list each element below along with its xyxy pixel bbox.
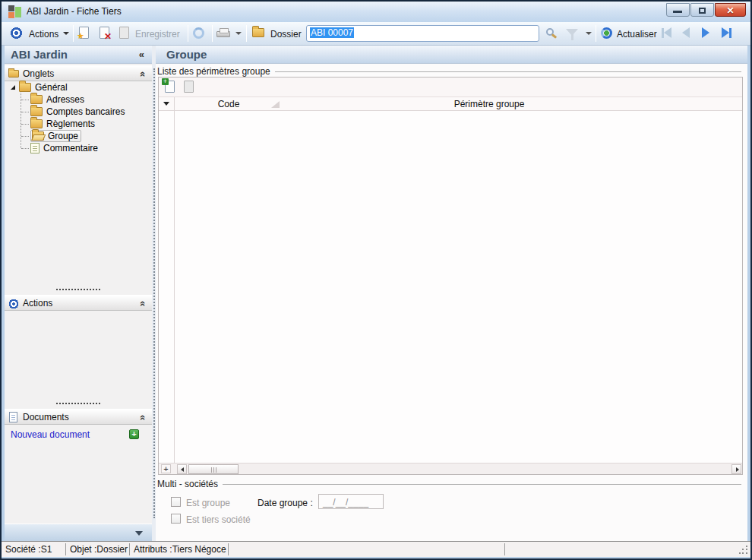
- panel-header-actions[interactable]: Actions «: [5, 295, 152, 311]
- new-document-plus-button[interactable]: +: [129, 429, 139, 439]
- est-groupe-checkbox[interactable]: [171, 497, 181, 507]
- restore-icon: [699, 8, 706, 14]
- panel-header-onglets[interactable]: Onglets «: [5, 65, 152, 81]
- new-document-link[interactable]: Nouveau document: [11, 429, 90, 440]
- actions-header-label: Actions: [23, 298, 52, 308]
- folder-icon: [30, 119, 43, 128]
- save-button[interactable]: Enregistrer: [135, 29, 180, 40]
- delete-x-icon: ✕: [104, 31, 112, 42]
- tree-item-label: Groupe: [48, 131, 78, 141]
- tree-item-general[interactable]: Général: [5, 81, 152, 93]
- restore-button[interactable]: [690, 3, 714, 17]
- actions-dropdown-icon[interactable]: [63, 32, 69, 35]
- printer-icon[interactable]: [216, 31, 230, 37]
- onglets-tree: Général Adresses Comptes bancaires Règle…: [5, 81, 152, 154]
- documents-panel-icon: [9, 412, 17, 422]
- actions-panel-icon: [8, 299, 19, 309]
- new-star-icon: ★: [77, 31, 84, 41]
- record-code-input[interactable]: ABI 00007: [306, 25, 539, 42]
- folder-icon: [19, 83, 31, 92]
- onglets-collapse-icon[interactable]: «: [137, 71, 149, 77]
- tree-item-reglements[interactable]: Règlements: [5, 118, 152, 130]
- main-title-bar: Groupe: [156, 46, 747, 64]
- tree-item-comptes-bancaires[interactable]: Comptes bancaires: [5, 106, 152, 118]
- horizontal-scrollbar[interactable]: [177, 464, 741, 474]
- folder-icon: [30, 107, 43, 116]
- actions-collapse-icon[interactable]: «: [137, 301, 149, 306]
- tree-connector: [21, 142, 30, 154]
- main-panel: Groupe Liste des périmètres groupe + Cod…: [156, 46, 747, 541]
- status-attributs: Attributs :Tiers Négoce: [134, 544, 226, 555]
- filter-icon[interactable]: [566, 29, 578, 36]
- sidebar-footer-arrow-icon[interactable]: [135, 531, 143, 536]
- delete-row-button[interactable]: [184, 81, 194, 93]
- onglets-folder-icon: [8, 70, 19, 78]
- tree-item-adresses[interactable]: Adresses: [5, 93, 152, 106]
- filter-dropdown-icon[interactable]: [586, 32, 592, 35]
- date-groupe-input[interactable]: __/__/____: [318, 494, 384, 509]
- dossier-button[interactable]: Dossier: [270, 29, 302, 40]
- tree-connector: [21, 118, 30, 130]
- multi-societes-legend: Multi - sociétés: [157, 479, 218, 489]
- title-bar: ABI Jardin - Fiche Tiers ✕: [2, 2, 750, 22]
- tree-item-groupe[interactable]: Groupe: [5, 130, 152, 142]
- document-icon: [30, 143, 39, 153]
- status-bar: Société :S1 Objet :Dossier Attributs :Ti…: [2, 541, 750, 557]
- close-button[interactable]: ✕: [715, 3, 746, 17]
- date-groupe-label: Date groupe :: [258, 498, 313, 508]
- dossier-folder-icon: [252, 28, 264, 37]
- add-row-button[interactable]: +: [165, 81, 175, 93]
- tree-item-label: Comptes bancaires: [46, 106, 125, 117]
- nav-next-button[interactable]: [702, 27, 709, 38]
- printer-dropdown-icon[interactable]: [235, 32, 242, 35]
- sync-icon[interactable]: [193, 27, 204, 39]
- tree-item-label: Commentaire: [43, 143, 98, 153]
- column-header-perimetre[interactable]: Périmètre groupe: [425, 99, 554, 109]
- scrollbar-thumb[interactable]: [188, 464, 239, 474]
- tree-connector: [21, 130, 30, 142]
- actions-target-icon: [10, 27, 23, 40]
- actions-menu-button[interactable]: Actions: [29, 29, 58, 40]
- actualiser-button[interactable]: Actualiser: [617, 29, 657, 40]
- delete-record-button[interactable]: ✕: [100, 27, 109, 39]
- tree-item-commentaire[interactable]: Commentaire: [5, 142, 152, 154]
- documents-collapse-icon[interactable]: «: [137, 415, 149, 420]
- tree-item-label: Général: [35, 82, 68, 93]
- panel-splitter[interactable]: [5, 400, 152, 406]
- save-icon: [119, 27, 129, 39]
- collapse-sidebar-icon[interactable]: «: [139, 49, 144, 60]
- minimize-icon: [673, 11, 682, 13]
- folder-icon: [30, 95, 43, 104]
- grid-toolbar: +: [159, 78, 742, 97]
- nav-last-button[interactable]: [722, 27, 731, 38]
- panel-header-documents[interactable]: Documents «: [5, 409, 152, 425]
- legend-line: [223, 484, 741, 485]
- scroll-left-button[interactable]: [177, 464, 187, 474]
- grid-bottom-bar: +: [159, 463, 742, 474]
- page-title: Groupe: [166, 48, 207, 61]
- status-societe: Société :S1: [5, 544, 52, 555]
- nav-previous-button[interactable]: [682, 27, 690, 38]
- panel-splitter[interactable]: [5, 286, 152, 292]
- resize-grip[interactable]: [739, 546, 748, 555]
- row-selector-column: [159, 97, 175, 463]
- tree-connector: [21, 106, 30, 118]
- groupbox-legend: Liste des périmètres groupe: [157, 66, 270, 77]
- append-row-button[interactable]: +: [161, 464, 171, 473]
- tree-item-label: Règlements: [46, 119, 95, 129]
- scroll-right-button[interactable]: [731, 464, 741, 474]
- perimetres-groupbox: + Code Périmètre groupe +: [158, 77, 743, 475]
- minimize-button[interactable]: [666, 3, 690, 17]
- row-selector-arrow-icon[interactable]: [163, 102, 169, 106]
- column-header-code[interactable]: Code: [201, 99, 257, 109]
- add-plus-icon: +: [162, 78, 169, 85]
- grid-header-row: Code Périmètre groupe: [159, 97, 742, 111]
- sidebar-footer-bar: [5, 524, 152, 541]
- nav-first-button[interactable]: [662, 27, 671, 38]
- new-record-button[interactable]: ★: [79, 27, 89, 39]
- onglets-header-label: Onglets: [23, 68, 54, 79]
- search-icon[interactable]: [546, 28, 554, 36]
- est-tiers-societe-checkbox[interactable]: [171, 514, 181, 524]
- app-window: ABI Jardin - Fiche Tiers ✕ Actions ★ ✕ E…: [0, 0, 752, 560]
- expander-icon[interactable]: [11, 85, 15, 90]
